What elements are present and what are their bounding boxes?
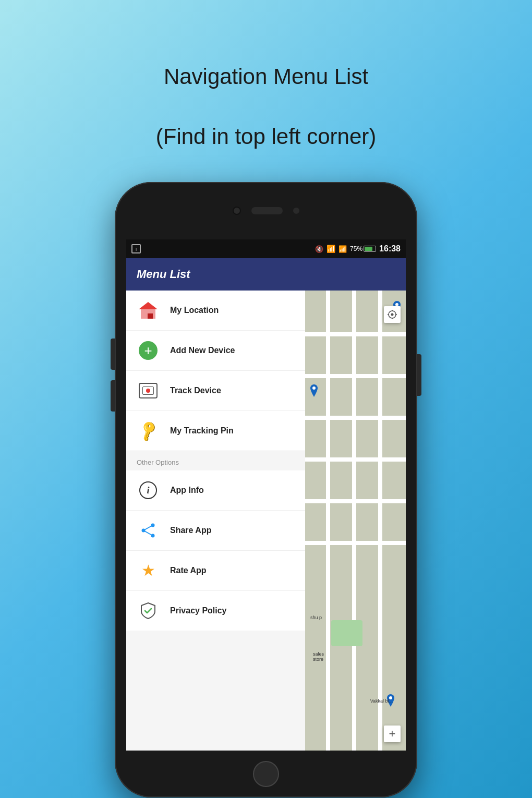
house-roof — [139, 302, 158, 309]
map-pin-svg-2 — [309, 384, 319, 397]
phone-screen: i 🔇 📶 📶 75% 16:38 — [126, 239, 406, 751]
menu-item-share-app[interactable]: Share App — [126, 511, 305, 551]
star-icon: ★ — [141, 563, 155, 578]
app-info-label: App Info — [170, 486, 204, 495]
add-circle-icon: + — [139, 341, 158, 360]
svg-line-3 — [143, 525, 153, 530]
share-app-label: Share App — [170, 526, 211, 535]
menu-item-add-device[interactable]: + Add New Device — [126, 331, 305, 371]
menu-header: Menu List — [126, 258, 406, 291]
menu-item-privacy-policy[interactable]: Privacy Policy — [126, 591, 305, 631]
main-menu-section: My Location + Add New Device — [126, 291, 305, 451]
my-location-label: My Location — [170, 306, 219, 315]
house-body — [141, 309, 155, 319]
battery-bar — [364, 246, 376, 252]
wifi-icon: 📶 — [327, 245, 335, 253]
notification-icon-glyph: i — [136, 246, 137, 252]
other-options-header: Other Options — [126, 451, 305, 470]
status-right: 🔇 📶 📶 75% 16:38 — [315, 244, 401, 253]
track-box-icon — [139, 383, 158, 398]
tracking-pin-label: My Tracking Pin — [170, 426, 234, 436]
track-device-label: Track Device — [170, 386, 221, 395]
map-view: shu p salesstore Vakkal bl... + — [305, 291, 406, 751]
signal-icon: 📶 — [338, 245, 347, 253]
svg-line-4 — [143, 530, 153, 536]
map-label-sales: salesstore — [313, 651, 324, 662]
menu-item-tracking-pin[interactable]: 🔑 My Tracking Pin — [126, 411, 305, 451]
map-label-vakkal: Vakkal bl... — [370, 698, 393, 704]
rate-app-label: Rate App — [170, 566, 207, 575]
battery-percentage: 75% — [350, 245, 362, 252]
share-svg — [140, 523, 156, 538]
map-label-1: shu p — [310, 615, 322, 620]
battery-indicator: 75% — [350, 245, 376, 252]
tracking-pin-icon: 🔑 — [137, 419, 160, 442]
svg-point-6 — [312, 386, 316, 390]
map-location-button[interactable] — [384, 306, 401, 323]
map-road-v1 — [326, 291, 330, 751]
rate-app-icon: ★ — [137, 559, 160, 582]
track-inner-icon — [142, 386, 154, 395]
privacy-policy-label: Privacy Policy — [170, 606, 227, 615]
phone-top-bar — [115, 182, 417, 239]
svg-point-9 — [391, 313, 394, 316]
shield-svg — [140, 602, 156, 620]
earpiece-speaker — [251, 207, 283, 214]
track-device-icon — [137, 379, 160, 402]
proximity-sensor — [293, 208, 299, 214]
other-menu-section: i App Info — [126, 470, 305, 631]
my-location-icon — [137, 299, 160, 322]
status-left: i — [131, 244, 141, 253]
home-button[interactable] — [253, 761, 279, 787]
menu-item-my-location[interactable]: My Location — [126, 291, 305, 331]
privacy-policy-icon — [137, 599, 160, 622]
phone-bottom-bar — [115, 751, 417, 797]
power-button[interactable] — [417, 354, 421, 396]
phone-device: i 🔇 📶 📶 75% 16:38 — [115, 182, 417, 797]
info-circle-icon: i — [139, 481, 157, 499]
map-road-v2 — [352, 291, 356, 751]
page-heading: Navigation Menu List (Find in top left c… — [156, 31, 377, 151]
status-bar: i 🔇 📶 📶 75% 16:38 — [126, 239, 406, 258]
map-pin-2 — [309, 384, 319, 399]
nav-drawer: My Location + Add New Device — [126, 291, 305, 751]
mute-icon: 🔇 — [315, 245, 323, 253]
key-icon: 🔑 — [136, 419, 161, 443]
menu-item-rate-app[interactable]: ★ Rate App — [126, 551, 305, 591]
front-camera — [233, 207, 241, 215]
volume-up-button[interactable] — [111, 338, 115, 370]
status-time: 16:38 — [379, 244, 401, 253]
house-icon — [139, 302, 158, 319]
share-app-icon — [137, 519, 160, 542]
add-device-icon: + — [137, 339, 160, 362]
map-zoom-in-button[interactable]: + — [384, 726, 401, 742]
menu-header-title: Menu List — [137, 268, 190, 281]
page-title-line1: Navigation Menu List — [156, 63, 377, 91]
add-device-label: Add New Device — [170, 346, 235, 355]
battery-fill — [365, 247, 372, 251]
map-road-v3 — [378, 291, 382, 751]
screen-body: My Location + Add New Device — [126, 291, 406, 751]
share-icon — [140, 523, 156, 538]
house-door — [148, 313, 153, 319]
app-info-icon: i — [137, 479, 160, 502]
notification-icon: i — [131, 244, 141, 253]
track-dot-icon — [146, 389, 150, 393]
location-target-icon — [387, 309, 397, 320]
menu-item-app-info[interactable]: i App Info — [126, 470, 305, 511]
volume-down-button[interactable] — [111, 380, 115, 412]
page-title-line2: (Find in top left corner) — [156, 123, 377, 151]
menu-item-track-device[interactable]: Track Device — [126, 371, 305, 411]
map-park-area — [331, 620, 362, 646]
